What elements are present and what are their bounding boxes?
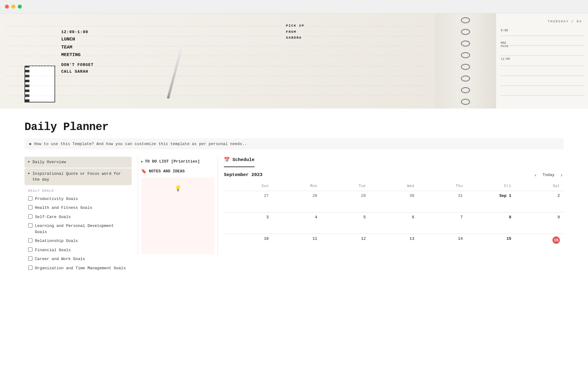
goal-financial-label: Financial Goals (35, 247, 71, 253)
notebook-area: PICK UP FROM SANDRA 12:00-1:00 LUNCH TEA… (0, 13, 435, 109)
cal-day-aug31[interactable]: 31 (418, 191, 466, 213)
goal-health[interactable]: Health and Fitness Goals (24, 203, 132, 213)
cal-header-mon: Mon (272, 183, 321, 191)
main-content: Daily Planner ▶ How to use this Template… (0, 109, 588, 285)
inspirational-quote-item[interactable]: ▶ Inspirational Quote or Focus word for … (24, 168, 132, 185)
spiral-ring (461, 99, 470, 105)
goal-selfcare[interactable]: Self-Care Goals (24, 213, 132, 222)
cal-header-fri: Fri (466, 183, 515, 191)
calendar-week-1: 27 28 29 30 31 Sep 1 2 (224, 191, 564, 213)
cal-day-sep3[interactable]: 3 (224, 213, 272, 234)
goal-organization-label: Organization and Time Management Goals (35, 265, 126, 271)
cal-day-sep9[interactable]: 9 (515, 213, 564, 234)
daily-overview-item[interactable]: ▶ Daily Overview (24, 157, 132, 168)
arrow-icon: ▶ (28, 160, 30, 163)
cal-header-thu: Thu (418, 183, 466, 191)
cal-day-sep2[interactable]: 2 (515, 191, 564, 213)
goal-relationship-label: Relationship Goals (35, 238, 78, 244)
notes-section[interactable]: 🔖 NOTES AND IDEAS (141, 167, 214, 178)
checkbox-learning[interactable] (28, 223, 32, 228)
cal-day-sep11[interactable]: 11 (272, 234, 321, 255)
cal-day-sep5[interactable]: 5 (321, 213, 369, 234)
checkbox-productivity[interactable] (28, 196, 32, 201)
goal-learning-label: Learning and Personal Development Goals (35, 223, 128, 235)
spiral-ring (461, 52, 470, 58)
calendar-week-3: 10 11 12 13 14 15 16 (224, 234, 564, 255)
goal-relationship[interactable]: Relationship Goals (24, 236, 132, 246)
cal-day-aug28[interactable]: 28 (272, 191, 321, 213)
todo-arrow-icon: ▶ (141, 160, 143, 163)
checkbox-health[interactable] (28, 205, 32, 209)
schedule-tab[interactable]: 📅 Schedule (224, 157, 254, 167)
daily-overview-label: Daily Overview (32, 159, 66, 165)
hero-cal-lines (501, 26, 585, 105)
daily-goals-header: DAILY GOALS (24, 186, 132, 194)
checkbox-selfcare[interactable] (28, 214, 32, 219)
cal-day-sep6[interactable]: 6 (369, 213, 418, 234)
cal-day-sep12[interactable]: 12 (321, 234, 369, 255)
cal-day-sep4[interactable]: 4 (272, 213, 321, 234)
goal-productivity[interactable]: Productivity Goals (24, 194, 132, 204)
cal-day-sep8[interactable]: 8 (466, 213, 515, 234)
spiral-ring (461, 40, 470, 47)
spiral-rings (461, 13, 470, 109)
calendar-navigation: September 2023 ‹ Today › (224, 172, 564, 178)
calendar-icon: 📅 (224, 157, 230, 163)
checkbox-relationship[interactable] (28, 238, 32, 243)
inspirational-quote-label: Inspirational Quote or Focus word for th… (32, 171, 128, 183)
window-chrome (0, 0, 588, 13)
cal-day-sep13[interactable]: 13 (369, 234, 418, 255)
spiral-ring (461, 64, 470, 70)
template-callout[interactable]: ▶ How to use this Template? And how you … (24, 138, 564, 149)
goal-career[interactable]: Career and Work Goals (24, 255, 132, 264)
bookmark-icon: 🔖 (141, 169, 146, 174)
calendar-today-button[interactable]: Today (540, 172, 557, 178)
cal-header-sun: Sun (224, 183, 272, 191)
calendar-header-row: Sun Mon Tue Wed Thu Fri Sat (224, 183, 564, 191)
cal-day-sep10[interactable]: 10 (224, 234, 272, 255)
hero-overlay: PICK UP FROM SANDRA 12:00-1:00 LUNCH TEA… (0, 13, 588, 109)
todo-label: TO DO LIST [Priorities] (145, 159, 200, 164)
spiral-ring (461, 29, 470, 35)
schedule-label: Schedule (232, 157, 254, 163)
cal-day-aug30[interactable]: 30 (369, 191, 418, 213)
hero-cal-header: THURSDAY / 04 (548, 20, 582, 23)
calendar-next-button[interactable]: › (560, 172, 564, 178)
goal-organization[interactable]: Organization and Time Management Goals (24, 264, 132, 273)
left-column: ▶ Daily Overview ▶ Inspirational Quote o… (24, 157, 138, 273)
arrow-icon: ▶ (28, 171, 30, 175)
goal-financial[interactable]: Financial Goals (24, 246, 132, 255)
goal-career-label: Career and Work Goals (35, 256, 85, 262)
hero-cal-content: 8:00 MEEPAYN 11:00 (501, 26, 585, 105)
close-button[interactable] (5, 5, 9, 9)
checkbox-organization[interactable] (28, 266, 32, 270)
page: PICK UP FROM SANDRA 12:00-1:00 LUNCH TEA… (0, 13, 588, 285)
calendar-prev-button[interactable]: ‹ (533, 172, 537, 178)
notes-label: NOTES AND IDEAS (149, 169, 185, 174)
cal-day-sep7[interactable]: 7 (418, 213, 466, 234)
cal-day-sep15[interactable]: 15 (466, 234, 515, 255)
page-title: Daily Planner (24, 121, 564, 133)
goal-productivity-label: Productivity Goals (35, 196, 78, 202)
goal-learning[interactable]: Learning and Personal Development Goals (24, 221, 132, 236)
maximize-button[interactable] (18, 5, 22, 9)
notebook-lines (0, 13, 435, 109)
spiral-notebook-area (435, 13, 496, 109)
checkbox-career[interactable] (28, 256, 32, 261)
hero-calendar-area: THURSDAY / 04 8:00 MEEPAYN 11:00 (496, 13, 588, 109)
cal-day-sep14[interactable]: 14 (418, 234, 466, 255)
cal-day-aug29[interactable]: 29 (321, 191, 369, 213)
calendar-nav-controls: ‹ Today › (533, 172, 564, 178)
spiral-ring (461, 75, 470, 82)
cal-day-aug27[interactable]: 27 (224, 191, 272, 213)
cal-day-sep1[interactable]: Sep 1 (466, 191, 515, 213)
cal-day-sep16-today[interactable]: 16 (515, 234, 564, 255)
notes-area[interactable]: 💡 (141, 178, 214, 254)
middle-column: ▶ TO DO LIST [Priorities] 🔖 NOTES AND ID… (138, 157, 217, 254)
calendar-month-year: September 2023 (224, 172, 262, 178)
checkbox-financial[interactable] (28, 247, 32, 252)
minimize-button[interactable] (11, 5, 15, 9)
hero-image: PICK UP FROM SANDRA 12:00-1:00 LUNCH TEA… (0, 13, 588, 109)
goal-health-label: Health and Fitness Goals (35, 205, 92, 211)
todo-section[interactable]: ▶ TO DO LIST [Priorities] (141, 157, 214, 167)
